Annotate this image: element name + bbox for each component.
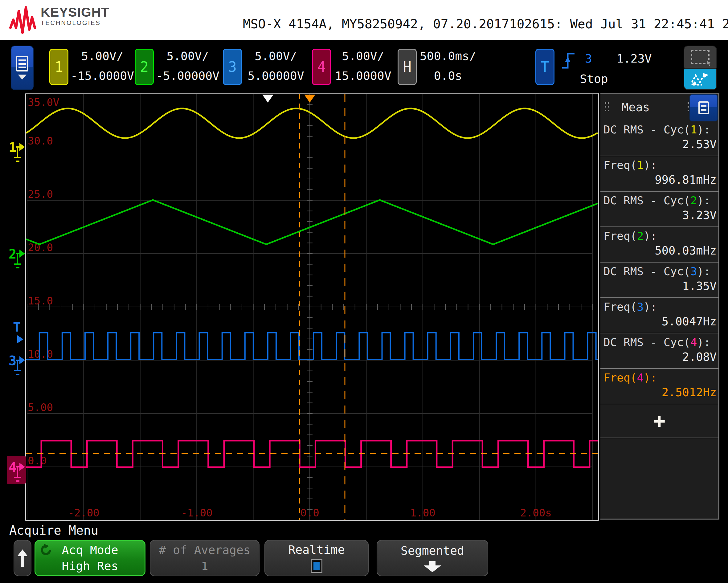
- meas-label-text: ):: [697, 194, 710, 207]
- meas-label-text: ):: [697, 265, 710, 277]
- ch1-sine-waveform: [26, 108, 598, 138]
- channel-4-offset[interactable]: 15.0000V: [332, 69, 394, 83]
- trigger-level[interactable]: 1.23V: [617, 52, 652, 65]
- meas-item-label: Freq(1):: [603, 158, 717, 172]
- meas-channel-number: 1: [691, 123, 697, 136]
- softkey-realtime[interactable]: Realtime: [264, 540, 369, 576]
- ch1-ground-marker[interactable]: 1: [9, 140, 16, 155]
- softkey-label: Segmented: [401, 544, 464, 557]
- zone-select-button[interactable]: [684, 46, 717, 69]
- main-menu-button[interactable]: [11, 46, 33, 90]
- rising-edge-icon: [562, 52, 575, 70]
- meas-item-freq-ch1[interactable]: Freq(1): 996.81mHz: [600, 156, 719, 192]
- meas-label-text: Freq(: [603, 159, 637, 171]
- trigger-position-marker[interactable]: [262, 95, 274, 103]
- touch-waveform-button[interactable]: [684, 69, 717, 90]
- realtime-checkbox[interactable]: [311, 559, 322, 573]
- softkey-value: High Res: [62, 559, 118, 573]
- voltage-axis-label: 5.00: [28, 401, 53, 414]
- time-axis-label: 2.00s: [520, 507, 551, 519]
- channel-3-scale[interactable]: 5.00V/: [244, 49, 308, 63]
- channel-2-button[interactable]: 2: [135, 49, 154, 85]
- time-axis-label: -2.00: [68, 507, 99, 519]
- meas-channel-number: 1: [637, 159, 644, 171]
- meas-item-dcrms-ch4[interactable]: DC RMS - Cyc(4): 2.08V: [600, 334, 719, 369]
- meas-item-label: Freq(3):: [603, 300, 717, 314]
- channel-1-offset[interactable]: -15.0000V: [70, 69, 134, 83]
- channel-3-offset[interactable]: 5.00000V: [244, 69, 308, 83]
- up-arrow-icon: [17, 550, 28, 567]
- down-arrow-icon: [424, 561, 441, 572]
- horizontal-position[interactable]: 0.0s: [418, 69, 478, 83]
- meas-label-text: Freq(: [603, 300, 637, 313]
- trigger-source[interactable]: 3: [585, 52, 592, 65]
- meas-label-text: ):: [644, 230, 657, 242]
- meas-item-label: DC RMS - Cyc(4):: [603, 335, 717, 349]
- back-button[interactable]: [14, 540, 31, 576]
- ch3-ground-marker[interactable]: 3: [9, 353, 16, 368]
- voltage-axis-label: 20.0: [28, 241, 53, 254]
- ch4-ground-marker[interactable]: 4: [9, 460, 16, 475]
- voltage-axis-label: 10.0: [28, 348, 53, 360]
- meas-item-label: DC RMS - Cyc(3):: [603, 264, 717, 279]
- trigger-level-marker[interactable]: T: [13, 320, 21, 335]
- ch1-ground-marker-arrow[interactable]: [20, 143, 25, 151]
- meas-item-value: 2.5012Hz: [603, 385, 717, 400]
- ch3-ground-marker-arrow[interactable]: [20, 356, 25, 364]
- meas-item-value: 2.08V: [603, 349, 717, 365]
- channel-2-scale[interactable]: 5.00V/: [156, 49, 220, 63]
- channel-3-button[interactable]: 3: [223, 49, 242, 85]
- meas-item-dcrms-ch1[interactable]: DC RMS - Cyc(1): 2.53V: [600, 121, 719, 156]
- meas-label-text: ):: [697, 123, 710, 136]
- ch2-ground-marker-arrow[interactable]: [20, 249, 25, 258]
- horizontal-button[interactable]: H: [397, 49, 417, 85]
- cursor-arrow-icon: [706, 60, 712, 66]
- drag-handle-icon[interactable]: [605, 102, 609, 112]
- channel-2-offset[interactable]: -5.00000V: [156, 69, 220, 83]
- ch2-triangle-waveform: [26, 200, 598, 244]
- channel-1-button[interactable]: 1: [49, 49, 69, 85]
- chevron-down-icon: [18, 75, 26, 80]
- meas-item-freq-ch2[interactable]: Freq(2): 500.03mHz: [600, 227, 719, 263]
- brand-name: KEYSIGHT: [41, 5, 109, 19]
- meas-item-label: Freq(4):: [603, 371, 717, 385]
- channel-1-scale[interactable]: 5.00V/: [70, 49, 134, 63]
- time-reference-marker[interactable]: [304, 95, 315, 103]
- instrument-title: MSO-X 4154A, MY58250942, 07.20.201710261…: [243, 17, 728, 31]
- meas-channel-number: 2: [637, 230, 644, 242]
- softkey-acq-mode[interactable]: Acq Mode High Res: [34, 540, 146, 576]
- horizontal-scale[interactable]: 500.0ms/: [418, 49, 478, 63]
- meas-item-dcrms-ch2[interactable]: DC RMS - Cyc(2): 3.23V: [600, 192, 719, 227]
- meas-item-freq-ch4[interactable]: Freq(4): 2.5012Hz: [600, 369, 719, 404]
- meas-label-text: Freq(: [603, 371, 637, 384]
- meas-label-text: DC RMS - Cyc(: [603, 194, 691, 207]
- add-measurement-button[interactable]: +: [600, 404, 719, 438]
- voltage-axis-label: 15.0: [28, 295, 53, 307]
- measurement-panel-header: Meas: [600, 94, 719, 121]
- meas-item-freq-ch3[interactable]: Freq(3): 5.0047Hz: [600, 298, 719, 334]
- meas-item-label: DC RMS - Cyc(2):: [603, 193, 717, 208]
- keysight-logo: KEYSIGHT TECHNOLOGIES: [9, 5, 109, 34]
- brand-subtitle: TECHNOLOGIES: [41, 19, 109, 26]
- trigger-button[interactable]: T: [536, 49, 554, 85]
- cycle-icon: [40, 544, 52, 556]
- softkey-value: 1: [201, 559, 208, 573]
- meas-channel-number: 3: [637, 300, 644, 313]
- softkey-label: # of Averages: [159, 543, 250, 557]
- ch2-ground-marker[interactable]: 2: [9, 246, 16, 262]
- trigger-level-marker-arrow[interactable]: [17, 335, 23, 343]
- meas-item-value: 1.35V: [603, 279, 717, 294]
- channel-4-button[interactable]: 4: [312, 49, 331, 85]
- meas-item-value: 500.03mHz: [603, 243, 717, 259]
- channel-4-scale[interactable]: 5.00V/: [332, 49, 394, 63]
- waveform-display[interactable]: 35.0V30.025.020.015.010.05.000.0-2.00-1.…: [6, 92, 600, 521]
- softkey-label: Realtime: [288, 543, 344, 556]
- meas-item-dcrms-ch3[interactable]: DC RMS - Cyc(3): 1.35V: [600, 263, 719, 298]
- meas-menu-button[interactable]: [690, 94, 718, 122]
- softkey-num-averages[interactable]: # of Averages 1: [150, 540, 260, 576]
- meas-item-label: Freq(2):: [603, 229, 717, 243]
- softkey-label: Acq Mode: [62, 543, 118, 557]
- softkey-segmented[interactable]: Segmented: [376, 540, 488, 576]
- meas-item-value: 5.0047Hz: [603, 314, 717, 329]
- meas-label-text: ):: [644, 159, 657, 171]
